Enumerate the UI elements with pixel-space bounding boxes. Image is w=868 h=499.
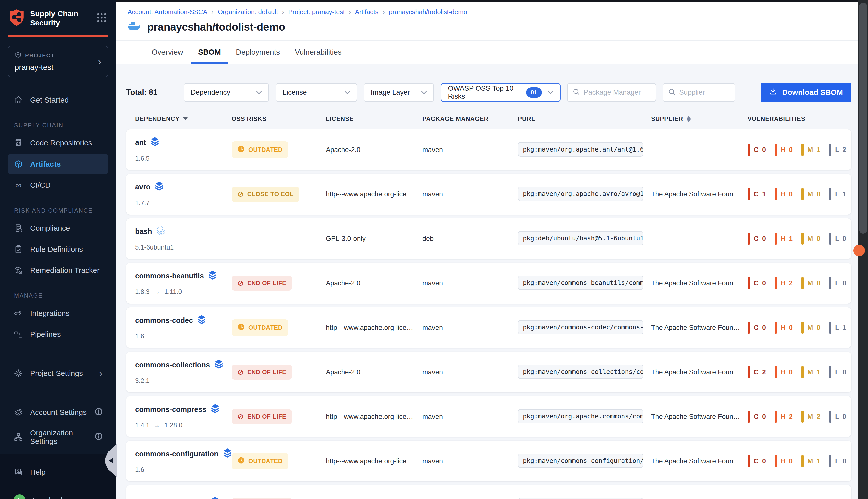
purl[interactable]: pkg:maven/org.apache.ant/ant@1.6…: [518, 142, 644, 157]
no-entry-icon: ⊘: [237, 279, 244, 287]
info-icon[interactable]: [95, 408, 102, 417]
table-row[interactable]: bash 5.1-6ubuntu1 - GPL-3.0-only deb pkg…: [126, 218, 852, 259]
sort-desc-icon: [183, 117, 188, 120]
notification-dot[interactable]: [853, 245, 865, 256]
info-icon[interactable]: [95, 433, 102, 442]
purl[interactable]: pkg:maven/org.apache.commons/com…: [518, 409, 644, 423]
sidebar-item-integrations[interactable]: Integrations: [8, 303, 109, 324]
table-row[interactable]: commons-configuration 1.6 OUTDATED http-…: [126, 441, 852, 482]
breadcrumb-separator: ›: [383, 8, 385, 16]
layers-icon: [211, 497, 220, 499]
project-selector[interactable]: PROJECT pranay-test ›: [8, 46, 109, 77]
version-arrow-icon: →: [154, 288, 160, 296]
sidebar-user[interactable]: L Lavakush: [8, 489, 109, 499]
divider: [9, 393, 107, 393]
dependency-cell: commons-configuration 1.6: [135, 449, 232, 474]
window-top-strip: [116, 0, 868, 2]
module-grid-icon[interactable]: [97, 12, 107, 24]
sidebar-item-cicd[interactable]: ∞ CI/CD: [8, 175, 109, 195]
package-manager: maven: [422, 324, 518, 332]
vuln-count-critical: C 0: [748, 321, 767, 334]
image-layer-filter-select[interactable]: Image Layer: [364, 83, 434, 102]
breadcrumb-separator: ›: [211, 8, 214, 16]
package-manager: maven: [422, 146, 518, 154]
sidebar-item-project-settings[interactable]: Project Settings ›: [8, 363, 109, 384]
tab-sbom[interactable]: SBOM: [191, 41, 228, 63]
dependency-filter-select[interactable]: Dependency: [184, 83, 269, 102]
risk-label: OUTDATED: [248, 146, 283, 153]
vuln-count-high: H 2: [774, 277, 793, 289]
sidebar-item-rule-definitions[interactable]: Rule Definitions: [8, 239, 109, 259]
dependency-name: bash: [135, 227, 152, 236]
section-risk-compliance: RISK AND COMPLIANCE: [14, 207, 109, 214]
clock-icon: [237, 457, 245, 465]
column-supplier[interactable]: SUPPLIER: [651, 115, 748, 122]
column-dependency[interactable]: DEPENDENCY: [135, 115, 232, 122]
oss-risk-cell: OUTDATED: [232, 453, 326, 469]
chevron-right-icon: ›: [98, 57, 101, 66]
divider: [9, 354, 107, 354]
risk-label: END OF LIFE: [247, 280, 286, 287]
purl[interactable]: pkg:maven/commons-beanutils/comm…: [518, 276, 644, 290]
breadcrumb-separator: ›: [349, 8, 351, 16]
purl[interactable]: pkg:deb/ubuntu/bash@5.1-6ubuntu1: [518, 231, 644, 245]
tab-vulnerabilities[interactable]: Vulnerabilities: [287, 41, 349, 63]
vuln-count-critical: C 0: [748, 277, 767, 289]
chevron-right-icon: ›: [99, 368, 102, 378]
sidebar-item-get-started[interactable]: Get Started: [8, 90, 109, 110]
breadcrumb-organization[interactable]: Organization: default: [218, 8, 278, 16]
purl[interactable]: pkg:maven/commons-fileupload/co…: [518, 498, 644, 499]
package-manager: maven: [422, 413, 518, 421]
table-row[interactable]: ant 1.6.5 OUTDATED Apache-2.0 maven pkg:…: [126, 130, 852, 170]
purl-cell: pkg:maven/commons-fileupload/co…: [518, 498, 651, 499]
sidebar-item-remediation-tracker[interactable]: Remediation Tracker: [8, 260, 109, 280]
supplier: The Apache Software Foun…: [651, 279, 748, 287]
purl[interactable]: pkg:maven/org.apache.avro/avro@1…: [518, 187, 644, 201]
supplier-search-input[interactable]: [679, 88, 730, 97]
sidebar-item-compliance[interactable]: Compliance: [8, 218, 109, 238]
dependency-name: commons-collections: [135, 361, 210, 369]
tab-overview[interactable]: Overview: [144, 41, 191, 63]
vuln-count-high: H 0: [774, 455, 793, 467]
sidebar-item-organization-settings[interactable]: Organization Settings: [8, 423, 109, 451]
chevron-down-icon: [345, 89, 350, 94]
vuln-count-high: H 0: [774, 144, 793, 156]
table-row[interactable]: avro 1.7.7 ⊘ CLOSE TO EOL http---www.apa…: [126, 174, 852, 215]
table-row[interactable]: commons-fileupload ⊘ END OF LIFE Apache-…: [126, 485, 852, 499]
breadcrumb-account[interactable]: Account: Automation-SSCA: [127, 8, 208, 16]
sidebar-item-pipelines[interactable]: Pipelines: [8, 324, 109, 344]
tab-deployments[interactable]: Deployments: [228, 41, 287, 63]
purl[interactable]: pkg:maven/commons-collections/co…: [518, 365, 644, 379]
breadcrumb-current[interactable]: pranaycshah/todolist-demo: [389, 8, 467, 16]
table-row[interactable]: commons-collections 3.2.1 ⊘ END OF LIFE …: [126, 352, 852, 392]
breadcrumb-project[interactable]: Project: pranay-test: [288, 8, 345, 16]
purl[interactable]: pkg:maven/commons-configuration/…: [518, 453, 644, 468]
dependency-cell: commons-fileupload: [135, 497, 232, 499]
vuln-count-low: L 0: [829, 277, 847, 289]
search-icon: [668, 88, 675, 97]
breadcrumb-artifacts[interactable]: Artifacts: [355, 8, 379, 16]
risk-label: END OF LIFE: [247, 413, 286, 420]
sidebar-item-account-settings[interactable]: Account Settings: [8, 402, 109, 422]
column-purl: PURL: [518, 115, 651, 122]
supplier: The Apache Software Foun…: [651, 457, 748, 465]
vuln-count-low: L 0: [829, 411, 847, 423]
supplier-search: [662, 83, 735, 102]
table-row[interactable]: commons-compress 1.4.1 → 1.28.0 ⊘ END OF…: [126, 396, 852, 437]
dependency-version: 1.8.3: [135, 288, 150, 296]
table-row[interactable]: commons-beanutils 1.8.3 → 1.11.0 ⊘ END O…: [126, 263, 852, 304]
gear-icon: [14, 369, 23, 378]
table-row[interactable]: commons-codec 1.6 OUTDATED http---www.ap…: [126, 307, 852, 348]
sidebar-item-help[interactable]: Help: [8, 462, 109, 482]
download-sbom-button[interactable]: Download SBOM: [760, 83, 852, 102]
oss-risk-badge: OUTDATED: [232, 319, 288, 336]
oss-risk-badge: ⊘ END OF LIFE: [232, 498, 292, 499]
sidebar-item-code-repositories[interactable]: Code Repositories: [8, 133, 109, 153]
license-filter-select[interactable]: License: [275, 83, 357, 102]
purl[interactable]: pkg:maven/commons-codec/commons-…: [518, 320, 644, 334]
layers-outline-icon: [157, 226, 165, 237]
owasp-risks-filter-select[interactable]: OWASP OSS Top 10 Risks 01: [441, 83, 561, 102]
scrollbar-thumb[interactable]: [859, 2, 867, 234]
sidebar-item-artifacts[interactable]: Artifacts: [8, 154, 109, 174]
package-manager-search-input[interactable]: [584, 88, 650, 97]
